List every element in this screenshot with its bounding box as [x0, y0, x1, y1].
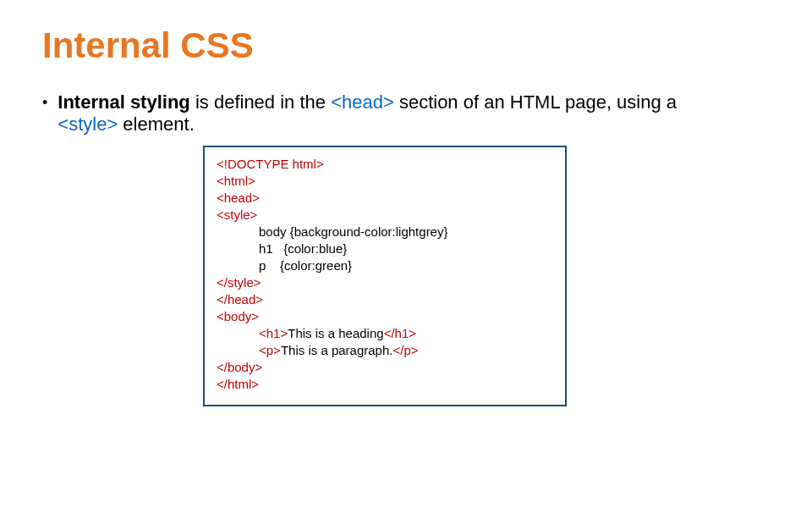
code-line: </style> [217, 274, 553, 291]
slide-title: Internal CSS [42, 25, 770, 66]
bullet-seg-1: is defined in the [190, 91, 331, 113]
code-example-box: <!DOCTYPE html> <html> <head> <style> bo… [203, 146, 567, 406]
code-line: </html> [217, 376, 553, 393]
code-line: </head> [217, 291, 553, 308]
bullet-marker: • [42, 91, 47, 113]
bullet-text: Internal styling is defined in the <head… [58, 91, 677, 135]
code-line: <style> [217, 207, 553, 224]
p-content: This is a paragraph. [281, 343, 393, 357]
h1-content: This is a heading [288, 326, 383, 340]
code-line: <body> [217, 308, 553, 325]
code-line: h1 {color:blue} [217, 240, 553, 257]
p-open-tag: <p> [259, 343, 281, 357]
bullet-bold: Internal styling [58, 91, 189, 113]
code-line: <!DOCTYPE html> [217, 156, 553, 173]
code-line: </body> [217, 359, 553, 376]
h1-open-tag: <h1> [259, 326, 288, 340]
h1-close-tag: </h1> [384, 326, 416, 340]
code-line: <h1>This is a heading</h1> [217, 325, 553, 342]
bullet-item: • Internal styling is defined in the <he… [42, 91, 770, 135]
code-line: body {background-color:lightgrey} [217, 224, 553, 240]
code-line: <p>This is a paragraph.</p> [217, 342, 553, 359]
bullet-seg-3: element. [118, 113, 195, 135]
style-tag-ref: <style> [58, 113, 118, 135]
code-line: p {color:green} [217, 257, 553, 274]
head-tag-ref: <head> [331, 91, 394, 113]
code-line: <html> [217, 173, 553, 190]
p-close-tag: </p> [392, 343, 418, 357]
code-line: <head> [217, 190, 553, 207]
bullet-seg-2: section of an HTML page, using a [394, 91, 677, 113]
